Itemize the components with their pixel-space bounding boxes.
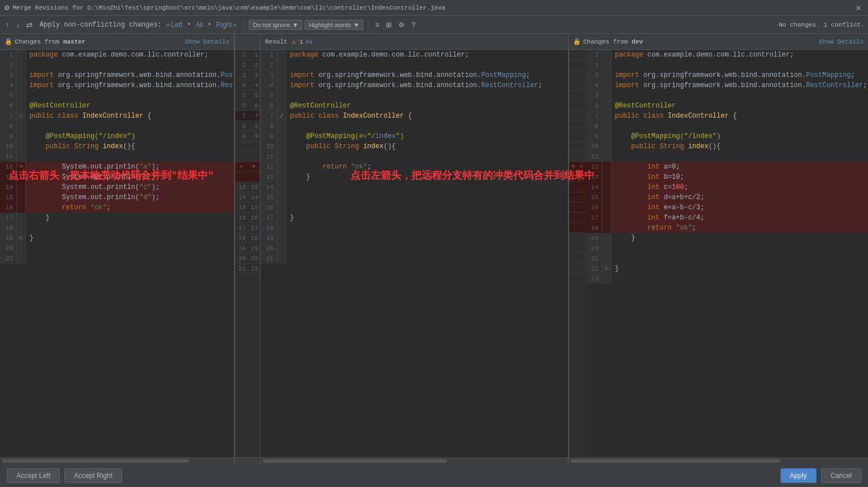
left-panel-header: 🔒 Changes from master Show Details bbox=[0, 34, 235, 49]
close-button[interactable]: ✕ bbox=[853, 2, 863, 14]
right-show-details-link[interactable]: Show Details bbox=[819, 38, 863, 45]
layout-btn[interactable]: ⊞ bbox=[384, 20, 394, 30]
table-row: 13 System.out.println("b"); bbox=[0, 172, 234, 182]
right-btn[interactable]: Right « bbox=[214, 20, 240, 30]
accept-left-gutter[interactable]: » bbox=[248, 162, 260, 171]
table-row: 12 int a=0; bbox=[585, 162, 868, 172]
table-row: 15 int d=a+b+c/2; bbox=[585, 192, 868, 202]
accept-right-arrow[interactable]: « bbox=[569, 162, 578, 171]
left-show-details-link[interactable]: Show Details bbox=[185, 38, 229, 45]
table-row: 12 » System.out.println("a"); bbox=[0, 162, 234, 172]
table-row: 16 int e=a-b-c/3; bbox=[585, 202, 868, 213]
table-row: 1 package com.example.demo.com.llc.contr… bbox=[585, 50, 868, 60]
table-row: 17 } bbox=[261, 213, 568, 223]
footer: Accept Left Accept Right Apply Cancel bbox=[0, 463, 868, 487]
table-row: 2 bbox=[261, 60, 568, 70]
table-row: 21 bbox=[261, 253, 568, 264]
table-row: 1 package com.example.demo.com.llc.contr… bbox=[0, 50, 234, 60]
left-branch-name: master bbox=[63, 38, 86, 45]
table-row: 12 return "ok"; bbox=[261, 162, 568, 172]
table-row: 17 int f=a+b-c/4; bbox=[585, 213, 868, 223]
left-btn[interactable]: » Left bbox=[164, 20, 185, 30]
center-gutter-panel: 1 1 2 2 3 3 4 4 5 5 6 6 bbox=[235, 50, 261, 458]
sep2 bbox=[368, 19, 368, 31]
sep1 bbox=[244, 19, 244, 31]
accept-right-gutter[interactable]: » bbox=[17, 162, 26, 172]
table-row: 20 bbox=[0, 243, 234, 253]
table-row: 14 System.out.println("c"); bbox=[0, 182, 234, 192]
right-code-panel: 1 package com.example.demo.com.llc.contr… bbox=[585, 50, 868, 458]
table-row: 19 } bbox=[585, 233, 868, 243]
do-not-ignore-dropdown[interactable]: Do not ignore ▼ bbox=[249, 20, 302, 30]
no-changes-label: No changes. 1 conflict. bbox=[779, 21, 865, 28]
table-row: 7 ▷ public class IndexController { bbox=[0, 111, 234, 121]
table-row: 20 bbox=[585, 243, 868, 253]
right-header-text: Changes from bbox=[583, 38, 632, 45]
table-row: 16 bbox=[261, 202, 568, 213]
table-row: 10 public String index(){ bbox=[585, 141, 868, 152]
help-btn[interactable]: ? bbox=[409, 20, 418, 30]
apply-button[interactable]: Apply bbox=[780, 468, 817, 483]
highlight-words-dropdown[interactable]: Highlight words ▼ bbox=[305, 20, 363, 30]
titlebar: ⚙ Merge Revisions for D:\MinZhi\Test\spr… bbox=[0, 0, 868, 16]
right-branch-name: dev bbox=[632, 38, 643, 45]
cancel-button[interactable]: Cancel bbox=[821, 468, 861, 483]
center-panel-header: Result ⚠ 1 ∧ ∨ bbox=[261, 34, 568, 49]
scrollbar-area[interactable] bbox=[0, 458, 868, 463]
table-row: 13 int b=10; bbox=[585, 172, 868, 182]
right-gutter-panel: « ✕ bbox=[568, 50, 585, 458]
table-row: 3 import org.springframework.web.bind.an… bbox=[261, 70, 568, 80]
accept-left-button[interactable]: Accept Left bbox=[7, 468, 60, 483]
table-row: 11 bbox=[261, 152, 568, 162]
accept-right-button[interactable]: Accept Right bbox=[64, 468, 122, 483]
table-row: 23 bbox=[585, 274, 868, 284]
table-row: 20 bbox=[261, 243, 568, 253]
left-code-area[interactable]: 1 package com.example.demo.com.llc.contr… bbox=[0, 50, 234, 458]
table-row: 9 @PostMapping("/index") bbox=[0, 131, 234, 141]
table-row: 14 bbox=[261, 182, 568, 192]
columns-btn[interactable]: ≡ bbox=[373, 20, 381, 30]
app-icon: ⚙ bbox=[5, 3, 9, 12]
table-row: 13 } bbox=[261, 172, 568, 182]
right-code-area[interactable]: 1 package com.example.demo.com.llc.contr… bbox=[585, 50, 868, 458]
center-header-text: Result bbox=[265, 38, 288, 45]
table-row: 9 @PostMapping("/index") bbox=[585, 131, 868, 141]
lock-icon-right: 🔒 bbox=[573, 38, 581, 45]
table-row: 4 import org.springframework.web.bind.an… bbox=[585, 80, 868, 90]
left-code-panel: 1 package com.example.demo.com.llc.contr… bbox=[0, 50, 235, 458]
table-row: 10 public String index(){ bbox=[0, 141, 234, 152]
panels-container: 点击右箭头，把本地变动代码合并到"结果中" 点击左箭头，把远程分支特有的冲类代码… bbox=[0, 50, 868, 458]
center-code-area[interactable]: 1 package com.example.demo.com.llc.contr… bbox=[261, 50, 568, 458]
toolbar: ↑ ↓ ⇄ Apply non-conflicting changes: » L… bbox=[0, 16, 868, 34]
table-row: 11 bbox=[0, 152, 234, 162]
all-btn[interactable]: All bbox=[193, 20, 205, 30]
warning-icon: ⚠ 1 bbox=[292, 38, 303, 45]
table-row: 15 bbox=[261, 192, 568, 202]
table-row: 21 bbox=[585, 253, 868, 264]
table-row: 14 int c=100; bbox=[585, 182, 868, 192]
lock-icon-left: 🔒 bbox=[5, 38, 12, 45]
table-row: 1 package com.example.demo.com.llc.contr… bbox=[261, 50, 568, 60]
table-row: 5 bbox=[0, 90, 234, 101]
table-row: 9 @PostMapping(⊙v"/index") bbox=[261, 131, 568, 141]
table-row: 6 @RestController bbox=[261, 101, 568, 111]
down-arrow-button[interactable]: ↓ bbox=[14, 20, 21, 30]
settings-btn[interactable]: ⚙ bbox=[396, 20, 407, 30]
table-row: 8 bbox=[0, 121, 234, 131]
titlebar-title: Merge Revisions for D:\MinZhi\Test\sprin… bbox=[12, 5, 445, 11]
table-row: 3 import org.springframework.web.bind.an… bbox=[585, 70, 868, 80]
table-row: 22 ▷ } bbox=[585, 264, 868, 274]
table-row: 2 bbox=[585, 60, 868, 70]
center-code-panel: 1 package com.example.demo.com.llc.contr… bbox=[261, 50, 568, 458]
table-row: 19 ▷ } bbox=[0, 233, 234, 243]
reject-right-gutter[interactable]: ✕ bbox=[578, 162, 586, 171]
table-row: 3 import org.springframework.web.bind.an… bbox=[0, 70, 234, 80]
table-row: 18 return "ok"; bbox=[585, 223, 868, 233]
table-row: 11 bbox=[585, 152, 868, 162]
reject-left-gutter[interactable]: ✕ bbox=[235, 162, 248, 171]
right-panel-header: 🔒 Changes from dev Show Details bbox=[568, 34, 868, 49]
table-row: 5 bbox=[585, 90, 868, 101]
sync-button[interactable]: ⇄ bbox=[24, 19, 35, 31]
panel-header-row: 🔒 Changes from master Show Details Resul… bbox=[0, 34, 868, 50]
up-arrow-button[interactable]: ↑ bbox=[3, 20, 11, 30]
